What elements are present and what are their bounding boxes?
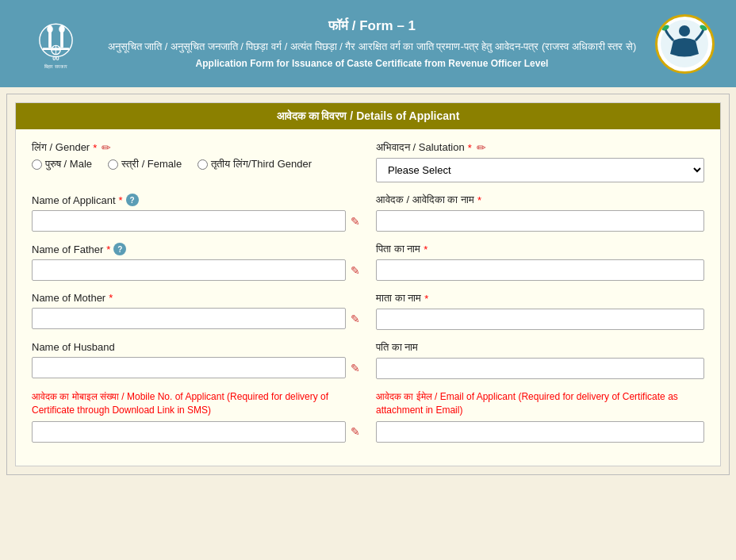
applicant-name-hindi-label: आवेदक / आवेदिका का नाम * — [376, 194, 704, 206]
left-logo: 00 बिहार सरकार — [16, 14, 95, 74]
english-subtitle: Application Form for Issuance of Caste C… — [107, 58, 637, 69]
father-name-hindi-input[interactable] — [376, 259, 704, 281]
mother-hindi-label-text: माता का नाम — [376, 292, 421, 305]
header-center: फॉर्म / Form – 1 अनुसूचित जाति / अनुसूचि… — [95, 18, 649, 69]
husband-name-hindi-col: पति का नाम — [376, 341, 704, 379]
mobile-label: आवेदक का मोबाइल संख्या / Mobile No. of A… — [32, 390, 360, 417]
gender-female-radio[interactable] — [108, 159, 118, 170]
page-header: 00 बिहार सरकार फॉर्म / Form – 1 अनुसूचित… — [0, 0, 736, 87]
right-emblem-icon — [659, 18, 711, 70]
gender-male-radio[interactable] — [32, 159, 42, 170]
gender-male-label: पुरुष / Male — [45, 158, 92, 171]
mother-hindi-label: माता का नाम * — [376, 292, 704, 305]
salutation-label-text: अभिवादन / Salutation — [376, 141, 465, 154]
form-body: लिंग / Gender * ✏ पुरुष / Male स्त्री / … — [16, 129, 720, 466]
row-mother-name: Name of Mother * ✎ माता का नाम * — [32, 292, 704, 330]
husband-name-input-wrapper: ✎ — [32, 357, 360, 378]
row-applicant-name: Name of Applicant * ? ✎ आवेदक / आवेदिका … — [32, 194, 704, 232]
mother-name-label-text: Name of Mother — [32, 292, 105, 304]
mother-name-hindi-col: माता का नाम * — [376, 292, 704, 330]
father-name-input-wrapper: ✎ — [32, 259, 360, 281]
gender-third-label: तृतीय लिंग/Third Gender — [211, 158, 312, 171]
row-mobile-email: आवेदक का मोबाइल संख्या / Mobile No. of A… — [32, 390, 704, 443]
husband-name-hindi-input[interactable] — [376, 358, 704, 379]
father-name-col: Name of Father * ? ✎ — [32, 243, 360, 281]
form-title: फॉर्म / Form – 1 — [107, 18, 637, 34]
svg-point-5 — [59, 25, 65, 33]
gender-label-text: लिंग / Gender — [32, 141, 90, 154]
applicant-name-hindi-label-text: आवेदक / आवेदिका का नाम — [376, 194, 474, 206]
gender-required: * — [93, 142, 97, 154]
husband-name-label-text: Name of Husband — [32, 341, 115, 353]
applicant-name-hindi-input[interactable] — [376, 210, 704, 232]
salutation-select[interactable]: Please Select श्री / Mr. श्रीमती / Mrs. … — [376, 158, 704, 182]
husband-hindi-label-text: पति का नाम — [376, 341, 418, 354]
father-hindi-label-text: पिता का नाम — [376, 243, 420, 255]
father-hindi-label: पिता का नाम * — [376, 243, 704, 255]
row-gender-salutation: लिंग / Gender * ✏ पुरुष / Male स्त्री / … — [32, 141, 704, 182]
svg-rect-9 — [42, 48, 69, 50]
applicant-name-label-text: Name of Applicant — [32, 194, 116, 206]
mother-name-hindi-input[interactable] — [376, 309, 704, 330]
applicant-name-input[interactable] — [32, 210, 346, 232]
father-name-input[interactable] — [32, 259, 346, 281]
svg-point-13 — [679, 25, 690, 36]
hindi-subtitle: अनुसूचित जाति / अनुसूचित जनजाति / पिछड़ा… — [107, 39, 637, 55]
husband-hindi-label: पति का नाम — [376, 341, 704, 354]
father-name-label: Name of Father * ? — [32, 243, 360, 255]
salutation-col: अभिवादन / Salutation * ✏ Please Select श… — [376, 141, 704, 182]
father-name-info-icon[interactable]: ? — [113, 243, 126, 255]
section-header: आवेदक का विवरण / Details of Applicant — [16, 103, 720, 129]
applicant-name-input-wrapper: ✎ — [32, 210, 360, 232]
husband-name-pencil-icon: ✎ — [351, 362, 360, 374]
gender-male-option[interactable]: पुरुष / Male — [32, 158, 92, 171]
applicant-name-required: * — [119, 194, 123, 206]
salutation-required: * — [468, 142, 472, 154]
svg-text:00: 00 — [52, 55, 59, 62]
mobile-pencil-icon: ✎ — [351, 425, 360, 438]
mother-name-input-wrapper: ✎ — [32, 308, 360, 329]
mobile-input-wrapper: ✎ — [32, 421, 360, 443]
row-husband-name: Name of Husband ✎ पति का नाम — [32, 341, 704, 379]
mobile-input[interactable] — [32, 421, 346, 443]
father-name-label-text: Name of Father — [32, 244, 103, 255]
email-col: आवेदक का ईमेल / Email of Applicant (Requ… — [376, 390, 704, 443]
form-outer-wrapper: आवेदक का विवरण / Details of Applicant लि… — [6, 94, 730, 475]
father-hindi-required: * — [424, 244, 427, 255]
svg-text:बिहार सरकार: बिहार सरकार — [44, 63, 67, 68]
husband-name-input[interactable] — [32, 357, 346, 378]
row-father-name: Name of Father * ? ✎ पिता का नाम * — [32, 243, 704, 281]
husband-name-col: Name of Husband ✎ — [32, 341, 360, 379]
mother-name-label: Name of Mother * — [32, 292, 360, 304]
email-label: आवेदक का ईमेल / Email of Applicant (Requ… — [376, 390, 704, 417]
father-name-required: * — [106, 244, 110, 255]
right-logo — [649, 14, 720, 74]
gender-col: लिंग / Gender * ✏ पुरुष / Male स्त्री / … — [32, 141, 360, 182]
gender-third-option[interactable]: तृतीय लिंग/Third Gender — [197, 158, 312, 171]
applicant-name-hindi-required: * — [477, 194, 481, 206]
gender-radio-group: पुरुष / Male स्त्री / Female तृतीय लिंग/… — [32, 158, 360, 171]
gender-third-radio[interactable] — [197, 159, 208, 170]
salutation-label: अभिवादन / Salutation * ✏ — [376, 141, 704, 154]
gender-female-label: स्त्री / Female — [121, 158, 182, 171]
father-name-hindi-col: पिता का नाम * — [376, 243, 704, 281]
applicant-name-label: Name of Applicant * ? — [32, 194, 360, 206]
mother-name-pencil-icon: ✎ — [351, 313, 360, 325]
salutation-edit-icon: ✏ — [477, 141, 486, 154]
svg-point-4 — [47, 25, 53, 33]
gender-female-option[interactable]: स्त्री / Female — [108, 158, 182, 171]
gender-label: लिंग / Gender * ✏ — [32, 141, 360, 154]
applicant-name-info-icon[interactable]: ? — [126, 194, 139, 206]
gender-edit-icon: ✏ — [102, 141, 111, 154]
email-input[interactable] — [376, 421, 704, 443]
mother-hindi-required: * — [424, 293, 428, 305]
mother-name-col: Name of Mother * ✎ — [32, 292, 360, 330]
emblem-icon: 00 बिहार सरकार — [26, 14, 86, 74]
applicant-name-pencil-icon: ✎ — [351, 215, 360, 228]
applicant-name-col: Name of Applicant * ? ✎ — [32, 194, 360, 232]
applicant-name-hindi-col: आवेदक / आवेदिका का नाम * — [376, 194, 704, 232]
mother-name-required: * — [109, 292, 113, 304]
mother-name-input[interactable] — [32, 308, 346, 329]
husband-name-label: Name of Husband — [32, 341, 360, 353]
mobile-col: आवेदक का मोबाइल संख्या / Mobile No. of A… — [32, 390, 360, 443]
